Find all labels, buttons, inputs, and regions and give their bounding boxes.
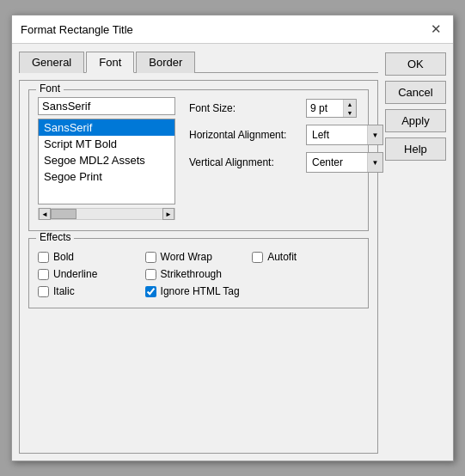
font-name-input[interactable] bbox=[38, 97, 175, 115]
italic-checkbox-row: Italic bbox=[38, 285, 145, 297]
v-align-value: Center bbox=[307, 155, 367, 170]
font-listbox[interactable]: SansSerif Script MT Bold Segoe MDL2 Asse… bbox=[38, 119, 175, 204]
font-size-row: Font Size: ▲ ▼ bbox=[189, 99, 383, 118]
underline-label: Underline bbox=[53, 268, 97, 280]
font-size-input[interactable] bbox=[307, 100, 343, 117]
tab-general[interactable]: General bbox=[19, 52, 84, 73]
v-align-dropdown-arrow[interactable]: ▼ bbox=[367, 153, 382, 172]
autofit-label: Autofit bbox=[267, 251, 297, 263]
tab-font[interactable]: Font bbox=[86, 52, 134, 73]
wordwrap-checkbox-row: Word Wrap bbox=[145, 251, 253, 263]
underline-checkbox-row: Underline bbox=[38, 268, 145, 280]
scroll-right-arrow[interactable]: ► bbox=[162, 208, 174, 220]
font-panel: Font SansSerif Script MT Bold Segoe MDL2… bbox=[19, 80, 378, 454]
close-button[interactable]: ✕ bbox=[427, 21, 444, 38]
dialog-body: General Font Border Font SansSerif Scrip… bbox=[12, 44, 453, 461]
word-wrap-label: Word Wrap bbox=[161, 251, 212, 263]
horizontal-scrollbar[interactable]: ◄ ► bbox=[38, 208, 175, 220]
spinbox-up-button[interactable]: ▲ bbox=[344, 100, 356, 108]
list-item[interactable]: Segoe Print bbox=[39, 168, 174, 185]
ignore-html-label: Ignore HTML Tag bbox=[161, 285, 240, 297]
bold-label: Bold bbox=[53, 251, 74, 263]
font-properties: Font Size: ▲ ▼ Horizont bbox=[189, 97, 383, 220]
h-align-dropdown-arrow[interactable]: ▼ bbox=[367, 125, 382, 144]
v-align-dropdown[interactable]: Center ▼ bbox=[306, 152, 383, 173]
ignore-html-checkbox-row: Ignore HTML Tag bbox=[145, 285, 253, 297]
effects-group-label: Effects bbox=[36, 231, 74, 243]
effects-group: Effects Bold Word Wrap Autofit bbox=[28, 238, 369, 308]
underline-checkbox[interactable] bbox=[38, 269, 49, 280]
h-align-label: Horizontal Alignment: bbox=[189, 129, 301, 141]
strikethrough-checkbox-row: Strikethrough bbox=[145, 268, 253, 280]
strikethrough-label: Strikethrough bbox=[161, 268, 222, 280]
bold-checkbox-row: Bold bbox=[38, 251, 145, 263]
italic-checkbox[interactable] bbox=[38, 286, 49, 297]
autofit-checkbox-row: Autofit bbox=[252, 251, 359, 263]
h-align-dropdown[interactable]: Left ▼ bbox=[306, 125, 383, 145]
format-rectangle-title-dialog: Format Rectangle Title ✕ General Font Bo… bbox=[11, 15, 454, 461]
list-item[interactable]: Script MT Bold bbox=[39, 136, 174, 152]
word-wrap-checkbox[interactable] bbox=[145, 252, 156, 263]
font-group: Font SansSerif Script MT Bold Segoe MDL2… bbox=[28, 89, 369, 231]
cancel-button[interactable]: Cancel bbox=[385, 81, 446, 104]
tab-bar: General Font Border bbox=[19, 51, 378, 73]
spinbox-buttons: ▲ ▼ bbox=[343, 100, 356, 117]
spinbox-down-button[interactable]: ▼ bbox=[344, 108, 356, 117]
sidebar-buttons: OK Cancel Apply Help bbox=[385, 51, 446, 454]
font-group-label: Font bbox=[36, 82, 64, 95]
bold-checkbox[interactable] bbox=[38, 252, 49, 263]
list-item[interactable]: SansSerif bbox=[39, 119, 174, 136]
strikethrough-checkbox[interactable] bbox=[145, 269, 156, 280]
font-list-area: SansSerif Script MT Bold Segoe MDL2 Asse… bbox=[38, 97, 175, 220]
h-align-value: Left bbox=[307, 127, 367, 143]
title-bar: Format Rectangle Title ✕ bbox=[12, 15, 453, 44]
italic-label: Italic bbox=[53, 285, 75, 297]
help-button[interactable]: Help bbox=[385, 137, 446, 161]
autofit-checkbox[interactable] bbox=[252, 252, 263, 263]
main-area: General Font Border Font SansSerif Scrip… bbox=[19, 51, 378, 454]
ignore-html-checkbox[interactable] bbox=[145, 286, 156, 297]
tab-border[interactable]: Border bbox=[136, 52, 195, 73]
font-size-label: Font Size: bbox=[189, 102, 301, 114]
list-item[interactable]: Segoe MDL2 Assets bbox=[39, 152, 174, 168]
h-align-row: Horizontal Alignment: Left ▼ bbox=[189, 125, 383, 145]
v-align-row: Vertical Alignment: Center ▼ bbox=[189, 152, 383, 173]
dialog-title: Format Rectangle Title bbox=[21, 23, 133, 36]
font-size-spinbox[interactable]: ▲ ▼ bbox=[306, 99, 357, 118]
scroll-thumb[interactable] bbox=[51, 209, 76, 219]
font-section: SansSerif Script MT Bold Segoe MDL2 Asse… bbox=[38, 97, 359, 220]
ok-button[interactable]: OK bbox=[385, 52, 446, 76]
scroll-left-arrow[interactable]: ◄ bbox=[39, 208, 51, 220]
scroll-track[interactable] bbox=[51, 209, 162, 219]
apply-button[interactable]: Apply bbox=[385, 109, 446, 132]
v-align-label: Vertical Alignment: bbox=[189, 156, 301, 168]
